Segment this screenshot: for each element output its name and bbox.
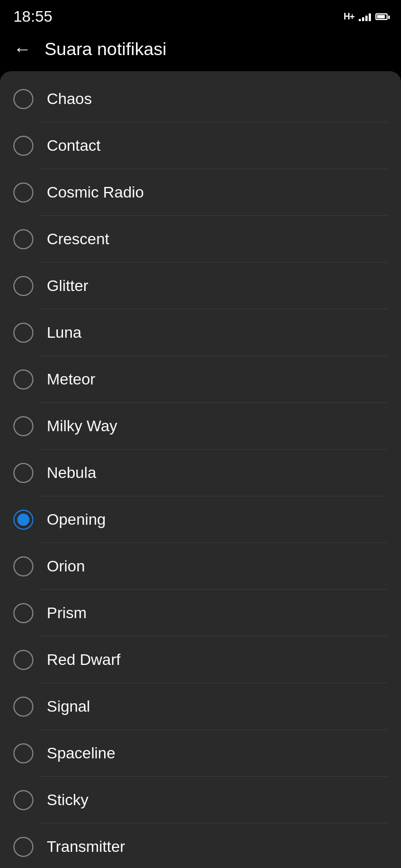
radio-signal[interactable] <box>13 697 33 717</box>
radio-crescent[interactable] <box>13 229 33 249</box>
status-icons: H+ <box>344 12 388 22</box>
label-sticky: Sticky <box>47 791 89 809</box>
notification-sound-list: ChaosContactCosmic RadioCrescentGlitterL… <box>0 71 401 868</box>
list-item-orion[interactable]: Orion <box>0 543 401 590</box>
label-luna: Luna <box>47 324 81 342</box>
list-item-glitter[interactable]: Glitter <box>0 263 401 309</box>
list-item-luna[interactable]: Luna <box>0 309 401 356</box>
label-contact: Contact <box>47 137 101 155</box>
page-title: Suara notifikasi <box>45 39 167 60</box>
radio-red-dwarf[interactable] <box>13 650 33 670</box>
radio-spaceline[interactable] <box>13 743 33 763</box>
list-item-signal[interactable]: Signal <box>0 683 401 730</box>
label-crescent: Crescent <box>47 230 109 248</box>
label-glitter: Glitter <box>47 277 89 295</box>
label-opening: Opening <box>47 511 106 529</box>
list-item-cosmic-radio[interactable]: Cosmic Radio <box>0 169 401 216</box>
status-time: 18:55 <box>13 8 52 26</box>
radio-cosmic-radio[interactable] <box>13 183 33 203</box>
data-network-icon: H+ <box>344 12 354 22</box>
label-meteor: Meteor <box>47 371 95 388</box>
label-chaos: Chaos <box>47 90 92 108</box>
radio-chaos[interactable] <box>13 89 33 109</box>
radio-contact[interactable] <box>13 136 33 156</box>
label-transmitter: Transmitter <box>47 838 125 856</box>
radio-milky-way[interactable] <box>13 416 33 436</box>
radio-opening[interactable] <box>13 510 33 530</box>
label-signal: Signal <box>47 698 90 716</box>
label-orion: Orion <box>47 558 85 575</box>
list-item-red-dwarf[interactable]: Red Dwarf <box>0 637 401 683</box>
radio-glitter[interactable] <box>13 276 33 296</box>
list-item-sticky[interactable]: Sticky <box>0 777 401 823</box>
list-item-crescent[interactable]: Crescent <box>0 216 401 263</box>
signal-icon <box>359 12 371 21</box>
list-item-milky-way[interactable]: Milky Way <box>0 403 401 450</box>
radio-nebula[interactable] <box>13 463 33 483</box>
back-button[interactable]: ← <box>9 36 36 62</box>
list-item-nebula[interactable]: Nebula <box>0 450 401 496</box>
label-milky-way: Milky Way <box>47 417 118 435</box>
list-item-transmitter[interactable]: Transmitter <box>0 823 401 868</box>
list-item-spaceline[interactable]: Spaceline <box>0 730 401 777</box>
toolbar: ← Suara notifikasi <box>0 31 401 71</box>
radio-luna[interactable] <box>13 323 33 343</box>
list-item-contact[interactable]: Contact <box>0 122 401 169</box>
label-prism: Prism <box>47 604 87 622</box>
battery-icon <box>375 13 388 20</box>
label-red-dwarf: Red Dwarf <box>47 651 120 669</box>
label-spaceline: Spaceline <box>47 744 115 762</box>
back-icon: ← <box>13 39 31 60</box>
list-item-meteor[interactable]: Meteor <box>0 356 401 403</box>
label-nebula: Nebula <box>47 464 96 482</box>
radio-sticky[interactable] <box>13 790 33 810</box>
list-item-chaos[interactable]: Chaos <box>0 76 401 122</box>
list-item-opening[interactable]: Opening <box>0 496 401 543</box>
radio-transmitter[interactable] <box>13 837 33 857</box>
radio-meteor[interactable] <box>13 369 33 389</box>
list-item-prism[interactable]: Prism <box>0 590 401 637</box>
radio-prism[interactable] <box>13 603 33 623</box>
radio-orion[interactable] <box>13 556 33 576</box>
label-cosmic-radio: Cosmic Radio <box>47 184 144 201</box>
status-bar: 18:55 H+ <box>0 0 401 31</box>
